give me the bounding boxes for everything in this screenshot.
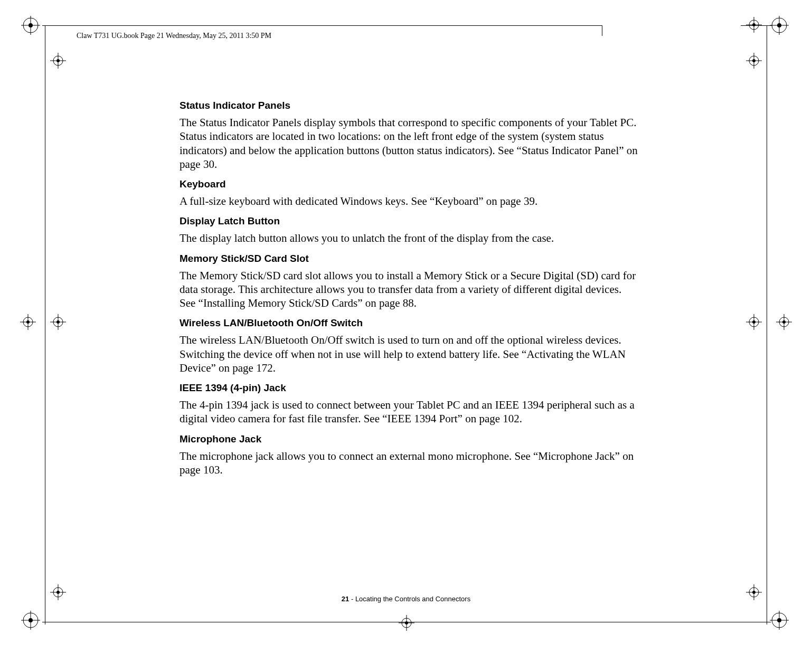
crosshair-icon: [20, 314, 36, 330]
section-heading: IEEE 1394 (4-pin) Jack: [180, 382, 639, 394]
section: Display Latch Button The display latch b…: [180, 215, 639, 245]
registration-mark-icon: [21, 16, 42, 37]
section-body: The display latch button allows you to u…: [180, 231, 639, 245]
svg-point-31: [26, 320, 30, 324]
section: Memory Stick/SD Card Slot The Memory Sti…: [180, 253, 639, 310]
crosshair-icon: [746, 17, 762, 33]
running-head: Claw T731 UG.book Page 21 Wednesday, May…: [77, 32, 271, 40]
registration-mark-icon: [770, 16, 791, 37]
section-body: The 4-pin 1394 jack is used to connect b…: [180, 398, 639, 426]
section-body: A full-size keyboard with dedicated Wind…: [180, 194, 639, 208]
svg-point-19: [752, 23, 756, 26]
svg-point-7: [777, 23, 781, 27]
section-body: The Memory Stick/SD card slot allows you…: [180, 269, 639, 310]
section: IEEE 1394 (4-pin) Jack The 4-pin 1394 ja…: [180, 382, 639, 426]
svg-point-35: [56, 320, 60, 324]
svg-point-47: [56, 591, 60, 594]
page-footer: 21 - Locating the Controls and Connector…: [0, 595, 812, 603]
section: Keyboard A full-size keyboard with dedic…: [180, 178, 639, 208]
registration-mark-icon: [21, 611, 42, 632]
footer-separator: -: [349, 595, 355, 603]
section: Microphone Jack The microphone jack allo…: [180, 433, 639, 477]
page-number: 21: [342, 595, 349, 603]
svg-point-43: [752, 320, 756, 324]
chapter-title: Locating the Controls and Connectors: [355, 595, 470, 603]
svg-point-11: [29, 618, 33, 622]
crop-line: [741, 25, 772, 26]
page-content: Status Indicator Panels The Status Indic…: [180, 92, 639, 480]
crop-line: [42, 622, 771, 622]
crop-line: [42, 25, 602, 26]
crosshair-icon: [776, 314, 792, 330]
crop-line: [602, 25, 602, 36]
svg-point-27: [752, 59, 756, 62]
registration-mark-icon: [770, 611, 791, 632]
svg-point-39: [782, 320, 786, 324]
section: Status Indicator Panels The Status Indic…: [180, 100, 639, 171]
section-heading: Status Indicator Panels: [180, 100, 639, 111]
crop-line: [45, 25, 45, 624]
crosshair-icon: [746, 314, 762, 330]
crosshair-icon: [50, 53, 66, 69]
section: Wireless LAN/Bluetooth On/Off Switch The…: [180, 317, 639, 375]
svg-point-3: [29, 23, 33, 27]
svg-point-51: [752, 591, 756, 594]
crosshair-icon: [746, 53, 762, 69]
crosshair-icon: [50, 314, 66, 330]
section-heading: Microphone Jack: [180, 433, 639, 445]
crosshair-icon: [399, 615, 414, 631]
section-body: The microphone jack allows you to connec…: [180, 449, 639, 477]
section-heading: Wireless LAN/Bluetooth On/Off Switch: [180, 317, 639, 329]
section-heading: Keyboard: [180, 178, 639, 190]
crop-line: [767, 25, 767, 624]
section-body: The Status Indicator Panels display symb…: [180, 116, 639, 171]
page: { "header": { "running_head": "Claw T731…: [0, 0, 812, 653]
section-body: The wireless LAN/Bluetooth On/Off switch…: [180, 333, 639, 375]
svg-point-23: [56, 59, 60, 62]
section-heading: Display Latch Button: [180, 215, 639, 227]
section-heading: Memory Stick/SD Card Slot: [180, 253, 639, 264]
svg-point-15: [777, 618, 781, 622]
